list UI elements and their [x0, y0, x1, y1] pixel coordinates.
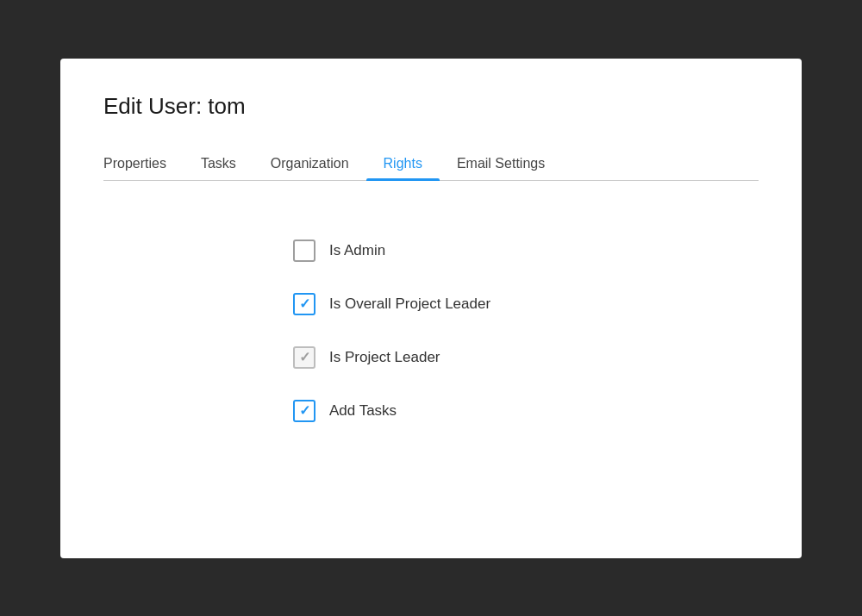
- tab-tasks[interactable]: Tasks: [184, 147, 253, 180]
- checkmark-icon: ✓: [299, 404, 310, 418]
- checkbox-label-is-project-leader: Is Project Leader: [329, 349, 440, 366]
- checkbox-row-add-tasks: ✓ Add Tasks: [293, 384, 569, 438]
- checkbox-is-admin[interactable]: [293, 240, 315, 262]
- checkbox-label-add-tasks: Add Tasks: [329, 402, 397, 420]
- checkbox-row-is-admin: Is Admin: [293, 224, 569, 277]
- checkbox-row-is-overall-project-leader: ✓ Is Overall Project Leader: [293, 277, 569, 331]
- tab-organization[interactable]: Organization: [253, 147, 366, 180]
- tab-properties[interactable]: Properties: [103, 147, 184, 180]
- edit-user-card: Edit User: tom Properties Tasks Organiza…: [60, 59, 802, 558]
- checkbox-add-tasks[interactable]: ✓: [293, 400, 315, 422]
- checkbox-is-overall-project-leader[interactable]: ✓: [293, 293, 315, 315]
- checkmark-icon: ✓: [299, 297, 310, 311]
- page-title: Edit User: tom: [103, 93, 759, 120]
- tab-navigation: Properties Tasks Organization Rights Ema…: [103, 147, 759, 181]
- checkbox-label-is-admin: Is Admin: [329, 242, 385, 259]
- checkbox-is-project-leader[interactable]: ✓: [293, 346, 315, 369]
- checkbox-label-is-overall-project-leader: Is Overall Project Leader: [329, 296, 490, 313]
- checkbox-row-is-project-leader: ✓ Is Project Leader: [293, 331, 569, 384]
- checkmark-icon: ✓: [299, 351, 310, 364]
- tab-rights[interactable]: Rights: [366, 147, 440, 180]
- tab-email-settings[interactable]: Email Settings: [440, 147, 562, 180]
- rights-content: Is Admin ✓ Is Overall Project Leader ✓ I…: [103, 215, 759, 438]
